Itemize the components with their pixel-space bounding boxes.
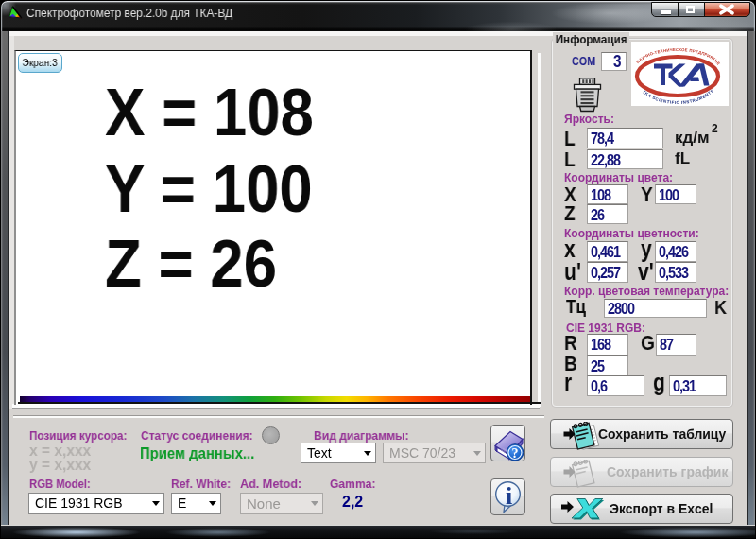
svg-text:i: i (506, 481, 512, 509)
svg-text:?: ? (512, 446, 519, 461)
